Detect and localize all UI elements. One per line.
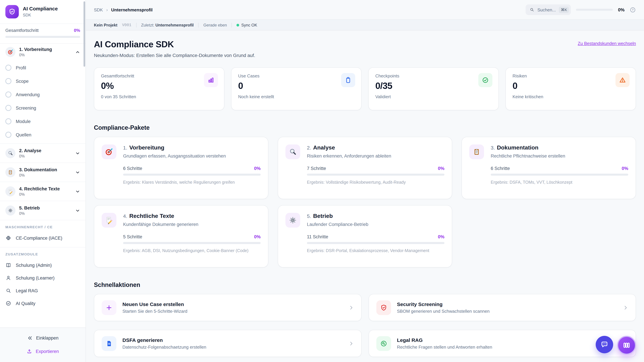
search-icon (530, 7, 534, 12)
switch-mode-link[interactable]: Zu Bestandskunden wechseln (578, 41, 636, 46)
brand: AI Compliance SDK (0, 0, 86, 24)
clipboard-icon (469, 144, 484, 159)
action-new-use-case[interactable]: Neuen Use Case erstellen Starten Sie den… (94, 294, 362, 321)
columns-icon (622, 341, 631, 350)
magnifier-icon (5, 148, 16, 158)
book-open-icon (5, 262, 12, 268)
phase-group-analyse: 2. Analyse 0% (0, 143, 86, 163)
chevron-down-icon (75, 151, 80, 156)
project-name: Kein Projekt (94, 23, 118, 27)
search-input[interactable]: Suchen... ⌘K (526, 4, 571, 15)
target-icon (102, 144, 116, 159)
package-card-analyse[interactable]: 2.Analyse Risiken erkennen, Anforderunge… (278, 137, 452, 199)
sidebar-item-ai-quality[interactable]: AI Quality (0, 297, 86, 310)
sync-dot-icon (237, 24, 239, 26)
package-progress-bar (307, 174, 444, 176)
stat-cards: Gesamtfortschritt 0% 0 von 35 Schritten … (94, 67, 636, 110)
sidebar-item-ce-compliance[interactable]: CE-Compliance (IACE) (0, 232, 86, 244)
breadcrumb-current: Unternehmensprofil (111, 7, 152, 12)
stat-card-risiken: Risiken 0 Keine kritischen (506, 67, 636, 110)
main-area: SDK › Unternehmensprofil Suchen... ⌘K 0% (86, 0, 644, 362)
action-dsfa-generieren[interactable]: DSFA generieren Datenschutz-Folgenabscha… (94, 330, 362, 357)
search-shortcut-badge: ⌘K (559, 6, 569, 13)
status-bar: Kein Projekt V001 Zuletzt: Unternehmensp… (86, 20, 644, 30)
upload-icon (27, 349, 32, 354)
step-scope[interactable]: Scope (0, 74, 86, 88)
section-title: ZUSATZMODULE (0, 251, 86, 259)
phase-group-betrieb: 5. Betrieb 0% (0, 201, 86, 220)
topbar-progress-bar (576, 9, 613, 11)
sidebar-item-schulung-learner[interactable]: Schulung (Learner) (0, 272, 86, 284)
radio-icon (5, 118, 12, 124)
stat-card-use-cases: Use Cases 0 Noch keine erstellt (231, 67, 362, 110)
gear-icon (286, 213, 300, 228)
chevron-right-icon (348, 305, 354, 310)
package-card-vorbereitung[interactable]: 1.Vorbereitung Grundlagen erfassen, Ausg… (94, 137, 268, 199)
sidebar: AI Compliance SDK Gesamtfortschritt 0% (0, 0, 86, 362)
overall-progress-value: 0% (74, 28, 80, 33)
phase-header-dokumentation[interactable]: 3. Dokumentation 0% (0, 163, 86, 182)
radio-icon (5, 91, 12, 97)
memo-pencil-icon (102, 213, 116, 228)
chat-fab-button[interactable] (596, 336, 613, 353)
topbar-progress-value: 0% (618, 7, 624, 12)
quick-actions-grid: Neuen Use Case erstellen Starten Sie den… (94, 294, 636, 357)
package-progress-bar (123, 242, 260, 244)
phase-header-vorbereitung[interactable]: 1. Vorbereitung 0% (0, 43, 86, 60)
clipboard-icon (5, 167, 16, 177)
step-anwendung[interactable]: Anwendung (0, 88, 86, 101)
step-profil[interactable]: Profil (0, 61, 86, 74)
step-screening[interactable]: Screening (0, 101, 86, 115)
phase-header-analyse[interactable]: 2. Analyse 0% (0, 144, 86, 163)
package-grid: 1.Vorbereitung Grundlagen erfassen, Ausg… (94, 137, 636, 268)
chevron-right-icon (623, 305, 628, 310)
export-button[interactable]: Exportieren (5, 345, 80, 358)
page-title: AI Compliance SDK (94, 39, 255, 50)
help-icon[interactable]: ? (630, 6, 636, 13)
phase-pct: 0% (19, 53, 52, 57)
phase-group-rechtliche-texte: 4. Rechtliche Texte 0% (0, 182, 86, 201)
overall-progress: Gesamtfortschritt 0% (0, 24, 86, 43)
step-module[interactable]: Module (0, 115, 86, 128)
phase-group-dokumentation: 3. Dokumentation 0% (0, 163, 86, 182)
phase-header-rechtliche-texte[interactable]: 4. Rechtliche Texte 0% (0, 182, 86, 201)
package-card-betrieb[interactable]: 5.Betrieb Laufender Compliance-Betrieb 1… (278, 205, 452, 268)
svg-text:?: ? (632, 8, 634, 11)
collapse-sidebar-button[interactable]: Einklappen (5, 331, 80, 345)
chevron-right-icon (348, 341, 354, 346)
board-fab-button[interactable] (617, 336, 636, 355)
shield-check-icon (8, 8, 16, 15)
user-icon (5, 275, 12, 281)
chevron-down-icon (75, 189, 80, 194)
package-card-rechtliche-texte[interactable]: 4.Rechtliche Texte Kundenfähige Dokument… (94, 205, 268, 268)
shield-check-icon (376, 300, 391, 315)
step-quellen[interactable]: Quellen (0, 128, 86, 141)
chevron-up-icon (75, 49, 80, 54)
last-saved-time: Gerade eben (204, 23, 227, 27)
sidebar-footer: Einklappen Exportieren (0, 328, 86, 362)
overall-progress-label: Gesamtfortschritt (5, 28, 38, 33)
sidebar-item-legal-rag[interactable]: Legal RAG (0, 284, 86, 297)
search-circle-icon (376, 336, 391, 351)
check-circle-icon (5, 300, 12, 306)
radio-icon (5, 78, 12, 84)
brand-title: AI Compliance (23, 6, 58, 12)
section-zusatzmodule: ZUSATZMODULE Schulung (Admin) (0, 247, 86, 312)
package-card-dokumentation[interactable]: 3.Dokumentation Rechtliche Pflichtnachwe… (462, 137, 636, 199)
sidebar-nav: 1. Vorbereitung 0% Profil Scope Anwendun… (0, 43, 86, 328)
package-progress-bar (491, 174, 628, 176)
app-logo (5, 5, 19, 18)
quick-actions-heading: Schnellaktionen (94, 282, 636, 289)
sidebar-item-schulung-admin[interactable]: Schulung (Admin) (0, 259, 86, 272)
radio-icon (5, 105, 12, 111)
phase-header-betrieb[interactable]: 5. Betrieb 0% (0, 201, 86, 220)
section-title: MASCHINENRECHT / CE (0, 224, 86, 232)
warning-triangle-icon (616, 73, 630, 87)
overall-progress-bar (5, 36, 80, 38)
breadcrumb-root[interactable]: SDK (94, 7, 103, 12)
action-security-screening[interactable]: Security Screening SBOM generieren und S… (368, 294, 636, 321)
app-root: AI Compliance SDK Gesamtfortschritt 0% (0, 0, 644, 362)
sidebar-scrollbar[interactable] (84, 1, 85, 67)
chevron-down-icon (75, 208, 80, 213)
chat-bubble-icon (600, 340, 609, 349)
